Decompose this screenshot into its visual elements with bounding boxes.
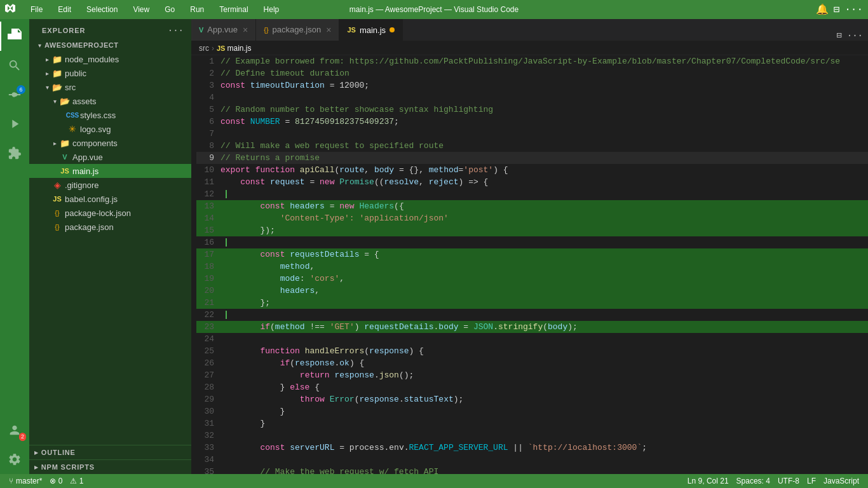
menu-help[interactable]: Help [260, 4, 283, 15]
menu-file[interactable]: File [27, 4, 46, 15]
line-number: 13 [196, 200, 220, 212]
more-icon[interactable]: ··· [844, 4, 863, 15]
status-line-ending[interactable]: LF [803, 474, 820, 488]
code-token: method [429, 164, 459, 176]
sidebar-more-button[interactable]: ··· [168, 25, 184, 36]
code-token: method [280, 261, 310, 273]
vue-file-icon: V [60, 152, 70, 162]
status-language[interactable]: JavaScript [820, 474, 863, 488]
code-token [226, 238, 227, 247]
code-token: = [325, 200, 339, 212]
code-token: (); [399, 369, 414, 381]
code-token: response [334, 369, 374, 381]
code-token: json [379, 369, 399, 381]
status-errors[interactable]: ⊗ 0 [46, 474, 66, 488]
code-token: route [339, 164, 364, 176]
tree-item-awesomeproject[interactable]: ▾ AWESOMEPROJECT [29, 38, 191, 52]
code-token: , [364, 164, 374, 176]
folder-open-icon: 📂 [52, 82, 62, 92]
status-warnings[interactable]: ⚠ 1 [66, 474, 87, 488]
code-token: resolve [384, 176, 419, 188]
line-number: 15 [196, 224, 220, 236]
menu-terminal[interactable]: Terminal [215, 4, 252, 15]
tree-item-logo-svg[interactable]: ✳ logo.svg [29, 122, 191, 136]
more-tabs-icon[interactable]: ··· [847, 30, 863, 41]
tab-package-json[interactable]: {} package.json × [256, 19, 339, 41]
tree-item-src[interactable]: ▾ 📂 src [29, 80, 191, 94]
status-spaces[interactable]: Spaces: 4 [733, 474, 774, 488]
tree-item-babel-config[interactable]: JS babel.config.js [29, 192, 191, 206]
menu-selection[interactable]: Selection [83, 4, 121, 15]
tree-item-package-json[interactable]: {} package.json [29, 220, 191, 234]
code-token: body [548, 321, 567, 333]
outline-header[interactable]: ▸ OUTLINE [29, 445, 191, 459]
code-content[interactable]: 1 // Example borrowed from: https://gith… [191, 55, 868, 474]
code-token: Promise [339, 176, 374, 188]
outline-label: OUTLINE [41, 449, 76, 456]
code-editor[interactable]: 1 // Example borrowed from: https://gith… [191, 55, 868, 474]
sidebar-title: EXPLORER [42, 27, 86, 34]
tree-item-node-modules[interactable]: ▸ 📁 node_modules [29, 52, 191, 66]
code-token: . [399, 393, 404, 405]
code-token [295, 164, 300, 176]
code-token: new [320, 176, 334, 188]
menu-view[interactable]: View [129, 4, 153, 15]
tree-item-public[interactable]: ▸ 📁 public [29, 66, 191, 80]
npm-scripts-section: ▸ NPM SCRIPTS [29, 459, 191, 474]
source-control-activity-icon[interactable]: 6 [0, 80, 29, 109]
code-line-19: 19 mode: 'cors', [196, 273, 868, 285]
tree-item-components[interactable]: ▸ 📁 components [29, 136, 191, 150]
editor-area: V App.vue × {} package.json × JS main.js… [191, 19, 868, 474]
window-title: main.js — AwesomeProject — Visual Studio… [349, 5, 519, 14]
code-token: headers [280, 285, 315, 297]
code-token [226, 311, 227, 319]
menu-run[interactable]: Run [186, 4, 208, 15]
line-number: 3 [196, 79, 220, 92]
tree-arrow [42, 194, 52, 204]
layout-editors-icon[interactable]: ⊟ [836, 30, 841, 41]
code-token: requestDetails [290, 248, 359, 261]
search-activity-icon[interactable] [0, 51, 29, 80]
menu-go[interactable]: Go [161, 4, 179, 15]
status-position[interactable]: Ln 9, Col 21 [684, 474, 733, 488]
tree-item-main-js[interactable]: JS main.js [29, 164, 191, 178]
code-token: 'cors' [309, 273, 339, 285]
notifications-icon[interactable]: 🔔 [816, 3, 829, 16]
code-token [220, 212, 280, 224]
code-line-27: 27 return response.json(); [196, 369, 868, 381]
run-debug-activity-icon[interactable] [0, 109, 29, 139]
code-token: ; [394, 116, 399, 128]
tree-item-package-lock[interactable]: {} package-lock.json [29, 206, 191, 220]
code-line-28: 28 } else { [196, 381, 868, 393]
errors-label: ⊗ 0 [50, 477, 62, 485]
code-token [285, 200, 290, 212]
account-activity-icon[interactable]: 2 [0, 416, 29, 445]
settings-activity-icon[interactable] [0, 445, 29, 474]
tab-main-js[interactable]: JS main.js [339, 19, 403, 41]
tree-item-app-vue[interactable]: V App.vue [29, 150, 191, 164]
tree-arrow: ▸ [42, 54, 52, 64]
title-bar-left: File Edit Selection View Go Run Terminal… [5, 3, 283, 17]
breadcrumb-src[interactable]: src [199, 44, 209, 53]
code-line-21: 21 }; [196, 297, 868, 309]
tree-item-styles-css[interactable]: CSS styles.css [29, 108, 191, 122]
tab-app-vue[interactable]: V App.vue × [191, 19, 256, 41]
explorer-activity-icon[interactable] [0, 22, 29, 51]
code-token: = 12000; [325, 79, 369, 92]
code-line-16: 16 [196, 236, 868, 248]
code-token: ({ [394, 200, 404, 212]
status-encoding[interactable]: UTF-8 [774, 474, 803, 488]
code-token: ) { [409, 345, 424, 357]
tree-item-assets[interactable]: ▾ 📂 assets [29, 94, 191, 108]
extensions-activity-icon[interactable] [0, 139, 29, 168]
breadcrumb-main-js[interactable]: JSmain.js [217, 44, 251, 53]
npm-scripts-header[interactable]: ▸ NPM SCRIPTS [29, 460, 191, 474]
layout-icon[interactable]: ⊟ [834, 3, 840, 16]
code-token [300, 345, 305, 357]
tree-item-gitignore[interactable]: ◈ .gitignore [29, 178, 191, 192]
tab-close-icon[interactable]: × [243, 25, 248, 35]
source-control-badge: 6 [17, 85, 25, 94]
tab-close-icon[interactable]: × [326, 25, 331, 35]
menu-edit[interactable]: Edit [54, 4, 75, 15]
status-branch[interactable]: ⑂ master* [5, 474, 46, 488]
